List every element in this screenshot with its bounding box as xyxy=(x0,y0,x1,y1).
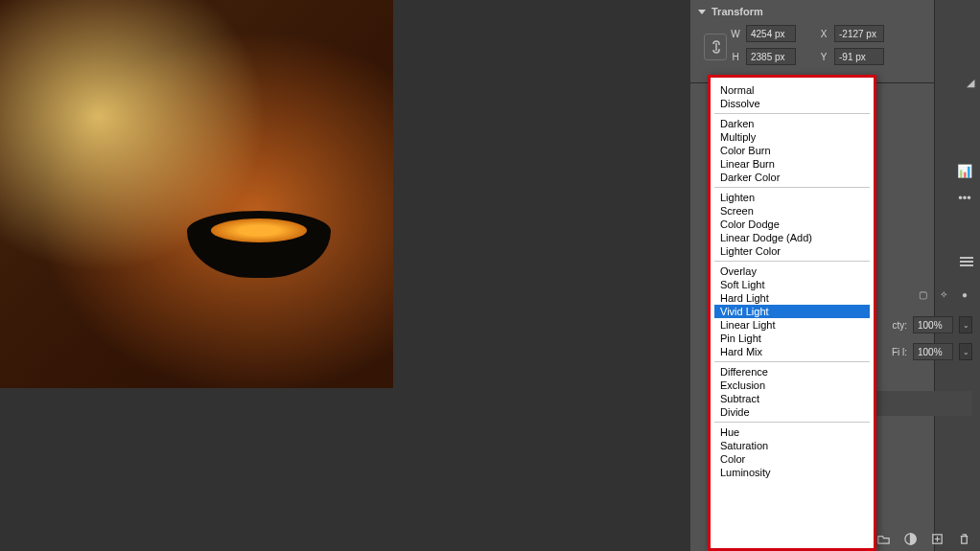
opacity-dropdown[interactable]: ⌄ xyxy=(959,316,972,333)
histogram-icon[interactable]: 📊 xyxy=(955,163,974,178)
menu-separator xyxy=(714,187,870,188)
y-label: Y xyxy=(817,52,830,62)
adjustment-icon[interactable] xyxy=(901,530,919,547)
blend-mode-option[interactable]: Color Dodge xyxy=(714,218,870,231)
panel-menu-icon[interactable] xyxy=(957,255,976,268)
blend-mode-option[interactable]: Multiply xyxy=(714,130,870,144)
blend-mode-option[interactable]: Pin Light xyxy=(714,332,870,345)
trash-icon[interactable] xyxy=(955,530,972,547)
blend-mode-option[interactable]: Saturation xyxy=(714,439,870,452)
fill-input[interactable] xyxy=(913,343,953,360)
transform-title: Transform xyxy=(712,6,763,17)
blend-mode-option[interactable]: Lighter Color xyxy=(714,244,870,258)
frame-icon[interactable]: ⟡ xyxy=(936,287,951,301)
menu-separator xyxy=(714,113,870,114)
blend-mode-option[interactable]: Linear Dodge (Add) xyxy=(714,231,870,244)
transform-header[interactable]: Transform xyxy=(698,4,972,25)
height-label: H xyxy=(729,52,742,62)
dot-icon[interactable]: ● xyxy=(957,287,972,301)
flyout-icon[interactable]: ◢ xyxy=(967,77,974,89)
blend-mode-option[interactable]: Difference xyxy=(714,365,870,379)
width-input[interactable] xyxy=(746,25,796,42)
blend-mode-option[interactable]: Hue xyxy=(714,425,870,439)
width-label: W xyxy=(729,29,742,39)
blend-mode-option[interactable]: Overlay xyxy=(714,264,870,278)
blend-mode-option[interactable]: Darken xyxy=(714,117,870,130)
menu-separator xyxy=(714,261,870,262)
y-input[interactable] xyxy=(834,48,884,65)
group-icon[interactable] xyxy=(875,530,892,547)
blend-mode-option[interactable]: Soft Light xyxy=(714,278,870,291)
blend-mode-option[interactable]: Luminosity xyxy=(714,466,870,479)
blend-mode-option[interactable]: Linear Burn xyxy=(714,157,870,171)
blend-mode-option[interactable]: Darker Color xyxy=(714,171,870,184)
menu-separator xyxy=(714,422,870,423)
blend-mode-option[interactable]: Dissolve xyxy=(714,97,870,110)
artboard-icon[interactable]: ▢ xyxy=(915,287,930,301)
fill-label: Fi l: xyxy=(892,347,907,357)
blend-mode-dropdown[interactable]: NormalDissolveDarkenMultiplyColor BurnLi… xyxy=(708,75,876,551)
blend-mode-option[interactable]: Normal xyxy=(714,83,870,97)
blend-mode-option[interactable]: Exclusion xyxy=(714,379,870,392)
canvas-area[interactable] xyxy=(0,0,690,551)
fill-dropdown[interactable]: ⌄ xyxy=(959,343,972,360)
image-content xyxy=(187,211,331,278)
blend-mode-option[interactable]: Hard Light xyxy=(714,291,870,305)
height-input[interactable] xyxy=(746,48,796,65)
opacity-input[interactable] xyxy=(913,316,953,333)
blend-mode-option[interactable]: Color xyxy=(714,452,870,466)
opacity-label: cty: xyxy=(892,320,907,331)
blend-mode-option[interactable]: Screen xyxy=(714,204,870,218)
x-input[interactable] xyxy=(834,25,884,42)
blend-mode-option[interactable]: Subtract xyxy=(714,392,870,405)
layer-icons-row: ▢ ⟡ ● xyxy=(915,287,972,301)
blend-mode-option[interactable]: Lighten xyxy=(714,191,870,204)
menu-separator xyxy=(714,361,870,362)
blend-mode-option[interactable]: Hard Mix xyxy=(714,345,870,358)
x-label: X xyxy=(817,29,830,39)
new-layer-icon[interactable] xyxy=(928,530,945,547)
document-image[interactable] xyxy=(0,0,393,388)
more-icon[interactable]: ••• xyxy=(955,190,974,205)
blend-mode-option[interactable]: Divide xyxy=(714,405,870,419)
blend-mode-option[interactable]: Color Burn xyxy=(714,144,870,157)
blend-mode-option[interactable]: Vivid Light xyxy=(714,305,870,318)
blend-mode-option[interactable]: Linear Light xyxy=(714,318,870,332)
link-dimensions-toggle[interactable] xyxy=(704,34,727,60)
